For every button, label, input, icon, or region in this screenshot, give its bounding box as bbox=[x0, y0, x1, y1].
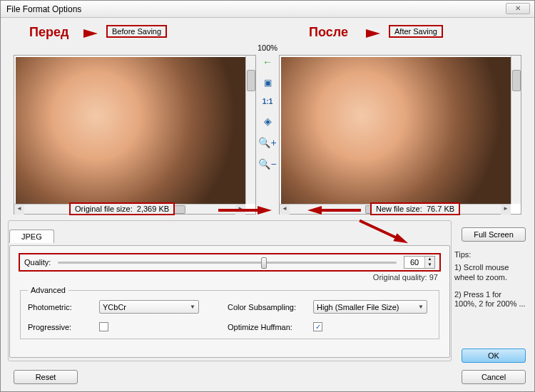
cancel-button[interactable]: Cancel bbox=[462, 370, 526, 384]
arrow-icon bbox=[307, 206, 322, 215]
zoom-out-icon[interactable]: 🔍− bbox=[258, 158, 276, 170]
new-file-size: New file size: 76.7 KB bbox=[370, 202, 460, 215]
quality-spinbox[interactable]: ▲▼ bbox=[404, 256, 435, 269]
annotation-after-en: After Saving bbox=[389, 25, 443, 38]
quality-row: Quality: ▲▼ bbox=[19, 253, 441, 272]
ok-button[interactable]: OK bbox=[462, 349, 526, 363]
after-image bbox=[281, 57, 511, 204]
original-file-size: Original file size: 2,369 KB bbox=[69, 202, 175, 215]
spin-up-icon[interactable]: ▲ bbox=[425, 257, 434, 262]
close-button[interactable]: ✕ bbox=[506, 3, 530, 14]
chevron-down-icon: ▼ bbox=[190, 304, 195, 310]
huffman-label: Optimize Huffman: bbox=[228, 323, 313, 331]
slider-thumb[interactable] bbox=[261, 257, 267, 269]
spin-down-icon[interactable]: ▼ bbox=[425, 262, 434, 268]
full-screen-button[interactable]: Full Screen bbox=[462, 227, 526, 242]
window-title: File Format Options bbox=[6, 4, 81, 14]
jpeg-options-panel: Quality: ▲▼ Original quality: 97 Advance… bbox=[9, 245, 450, 358]
fit-window-icon[interactable]: ▣ bbox=[264, 78, 272, 88]
preview-tools: ← ▣ 1:1 ◈ 🔍+ 🔍− bbox=[258, 56, 277, 170]
progressive-checkbox[interactable] bbox=[99, 322, 108, 331]
titlebar: File Format Options ✕ bbox=[1, 1, 534, 18]
zoom-in-icon[interactable]: 🔍+ bbox=[258, 137, 276, 148]
subsampling-label: Color Subsampling: bbox=[228, 303, 313, 311]
quality-label: Quality: bbox=[24, 258, 51, 267]
huffman-checkbox[interactable]: ✓ bbox=[313, 322, 322, 331]
tab-jpeg[interactable]: JPEG bbox=[9, 229, 54, 243]
annotation-before-en: Before Saving bbox=[106, 25, 167, 38]
quality-slider[interactable] bbox=[58, 262, 397, 264]
arrow-icon bbox=[258, 206, 272, 215]
zoom-percent: 100% bbox=[258, 43, 277, 52]
chevron-down-icon: ▼ bbox=[418, 304, 424, 310]
tips-panel: Tips: 1) Scroll mouse wheel to zoom. 2) … bbox=[454, 250, 526, 316]
arrow-icon bbox=[366, 29, 380, 38]
photometric-combo[interactable]: YCbCr ▼ bbox=[99, 300, 199, 314]
before-preview[interactable]: ◄ ► bbox=[14, 55, 256, 215]
advanced-group: Advanced Photometric: YCbCr ▼ Color Subs… bbox=[20, 286, 439, 339]
file-format-options-dialog: File Format Options ✕ Перед Before Savin… bbox=[0, 0, 535, 392]
annotation-before-ru: Перед bbox=[29, 25, 68, 40]
fit-width-icon[interactable]: ◈ bbox=[264, 115, 272, 127]
tips-heading: Tips: bbox=[454, 250, 526, 259]
after-preview[interactable]: ◄ ► bbox=[279, 55, 521, 215]
photometric-label: Photometric: bbox=[28, 303, 99, 311]
reset-button[interactable]: Reset bbox=[14, 370, 78, 384]
file-size-row: Original file size: 2,369 KB New file si… bbox=[1, 202, 534, 218]
original-quality: Original quality: 97 bbox=[19, 273, 441, 282]
actual-size-button[interactable]: 1:1 bbox=[263, 98, 272, 105]
subsampling-combo[interactable]: High (Smaller File Size) ▼ bbox=[313, 300, 427, 314]
scrollbar-vertical[interactable] bbox=[245, 56, 255, 204]
format-tabs: JPEG bbox=[9, 229, 526, 246]
preview-area: Перед Before Saving 100% После After Sav… bbox=[1, 18, 534, 217]
advanced-legend: Advanced bbox=[28, 286, 68, 294]
tip-2: 2) Press 1 for 100%, 2 for 200% ... bbox=[454, 290, 526, 310]
scrollbar-vertical[interactable] bbox=[511, 56, 521, 204]
arrow-icon bbox=[83, 29, 98, 38]
progressive-label: Progressive: bbox=[28, 323, 99, 331]
annotation-after-ru: После bbox=[309, 25, 348, 40]
previous-icon[interactable]: ← bbox=[263, 56, 272, 68]
tip-1: 1) Scroll mouse wheel to zoom. bbox=[454, 263, 526, 283]
before-image bbox=[16, 57, 245, 204]
quality-input[interactable] bbox=[404, 257, 424, 268]
